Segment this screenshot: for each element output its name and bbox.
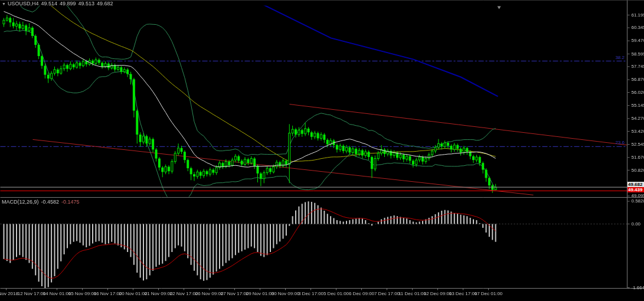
- ohlc-open: 49.514: [41, 1, 57, 6]
- ohlc-low: 49.513: [79, 1, 95, 6]
- symbol-period-label: USOUSD,H4: [8, 1, 39, 6]
- fib-level-38-label[interactable]: 38.2: [615, 55, 625, 60]
- collapse-triangle-icon[interactable]: ▼: [2, 2, 6, 6]
- ohlc-close: 49.682: [97, 1, 113, 6]
- macd-indicator-label: MACD(12,26,9)-0.4582-0.1475: [2, 199, 82, 205]
- bid-price-tag: 49.682: [627, 182, 644, 187]
- chart-title: ▼USOUSD,H449.51449.89949.51349.682: [2, 1, 116, 6]
- chart-canvas[interactable]: [0, 0, 644, 301]
- macd-main-value: -0.4582: [41, 199, 60, 205]
- order-price-tag[interactable]: 49.439: [627, 187, 644, 192]
- mt4-chart-window: ▼USOUSD,H449.51449.89949.51349.682 MACD(…: [0, 0, 644, 301]
- fib-level-23-label[interactable]: 23.6: [615, 140, 625, 145]
- macd-signal-value: -0.1475: [61, 199, 80, 205]
- macd-name: MACD(12,26,9): [2, 199, 39, 205]
- ohlc-high: 49.899: [60, 1, 76, 6]
